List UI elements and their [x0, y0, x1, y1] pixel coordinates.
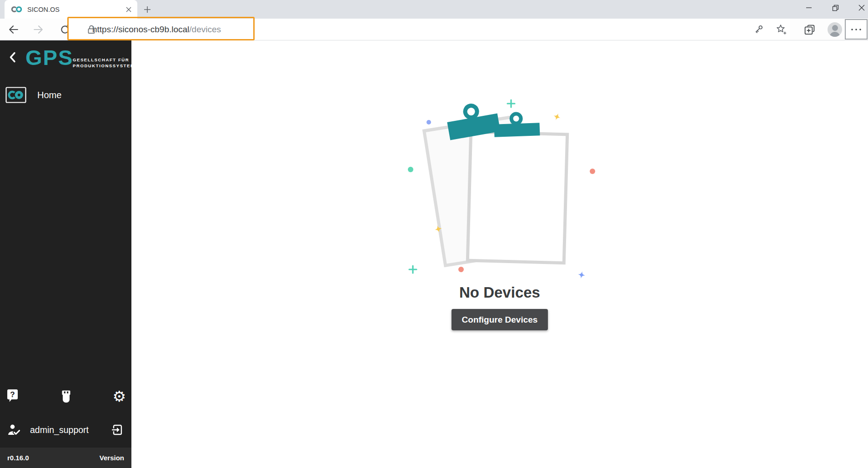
help-button[interactable]: ? — [5, 388, 20, 404]
tab-strip: SICON.OS — [0, 0, 868, 19]
profile-button[interactable] — [827, 22, 843, 37]
svg-text:?: ? — [10, 390, 15, 399]
version-label: Version — [100, 454, 124, 462]
sidebar-item-label: Home — [37, 90, 61, 100]
gear-icon: ⚙ — [112, 389, 126, 404]
version-bar: r0.16.0 Version — [0, 448, 131, 468]
forward-arrow-icon — [33, 24, 45, 35]
confetti-dot — [408, 167, 413, 172]
confetti-dot — [590, 169, 595, 174]
saved-passwords-button[interactable] — [752, 23, 765, 36]
ellipsis-icon — [850, 28, 862, 31]
tab-close-icon[interactable] — [124, 5, 134, 15]
user-verified-icon — [7, 424, 21, 436]
sidebar: GPS GESELLSCHAFT FÜR PRODUKTIONSSYSTEME … — [0, 40, 131, 468]
window-minimize-button[interactable] — [802, 1, 816, 14]
username-label: admin_support — [30, 425, 110, 435]
home-siconos-icon — [5, 87, 26, 103]
confetti-sparkle — [577, 271, 586, 279]
gps-logo: GPS — [25, 47, 73, 68]
empty-state-title: No Devices — [459, 284, 540, 301]
sidebar-item-home[interactable]: Home — [0, 86, 131, 104]
star-plus-icon — [775, 24, 787, 35]
https-lock-icon[interactable] — [86, 24, 97, 35]
window-close-button[interactable] — [855, 1, 868, 14]
settings-menu-button[interactable] — [845, 19, 868, 40]
collections-button[interactable] — [803, 23, 816, 36]
siconos-favicon — [11, 5, 23, 13]
confetti-dot — [426, 120, 431, 124]
collections-icon — [803, 24, 816, 36]
browser-toolbar: https://siconos-cb9b.local/devices — [0, 19, 868, 40]
chevron-left-icon — [7, 51, 18, 63]
main-content: No Devices Configure Devices — [131, 40, 868, 468]
sidebar-user-row[interactable]: admin_support — [0, 418, 131, 442]
confetti-plus — [507, 100, 515, 107]
key-icon — [753, 24, 764, 35]
new-tab-button[interactable] — [142, 5, 152, 15]
sidebar-collapse-button[interactable] — [6, 50, 19, 64]
url-path: /devices — [189, 25, 221, 34]
avatar — [828, 22, 842, 37]
address-bar[interactable]: https://siconos-cb9b.local/devices — [69, 19, 790, 40]
back-arrow-icon — [7, 24, 19, 35]
confetti-dot — [458, 267, 464, 272]
sidebar-tools: ? ⚙ — [0, 387, 131, 405]
back-button[interactable] — [6, 23, 20, 36]
usb-icon — [60, 390, 72, 403]
url-domain: https://siconos-cb9b.local — [92, 25, 189, 34]
forward-button[interactable] — [32, 23, 45, 36]
usb-device-button[interactable] — [60, 390, 72, 403]
url-text: https://siconos-cb9b.local/devices — [92, 25, 221, 35]
add-favorite-button[interactable] — [774, 23, 788, 36]
logout-icon — [110, 423, 123, 436]
empty-state: No Devices Configure Devices — [131, 91, 868, 330]
settings-gear-button[interactable]: ⚙ — [112, 389, 126, 404]
configure-devices-button[interactable]: Configure Devices — [452, 309, 548, 330]
confetti-plus — [409, 266, 416, 273]
confetti-sparkle — [552, 112, 562, 122]
browser-tab[interactable]: SICON.OS — [5, 0, 137, 19]
tab-title: SICON.OS — [27, 6, 124, 13]
version-value: r0.16.0 — [7, 454, 29, 462]
window-restore-button[interactable] — [828, 1, 842, 14]
gps-logo-subtitle: GESELLSCHAFT FÜR PRODUKTIONSSYSTEME — [73, 57, 138, 69]
help-icon: ? — [5, 388, 20, 404]
no-devices-illustration — [372, 91, 627, 282]
logout-button[interactable] — [110, 423, 123, 436]
